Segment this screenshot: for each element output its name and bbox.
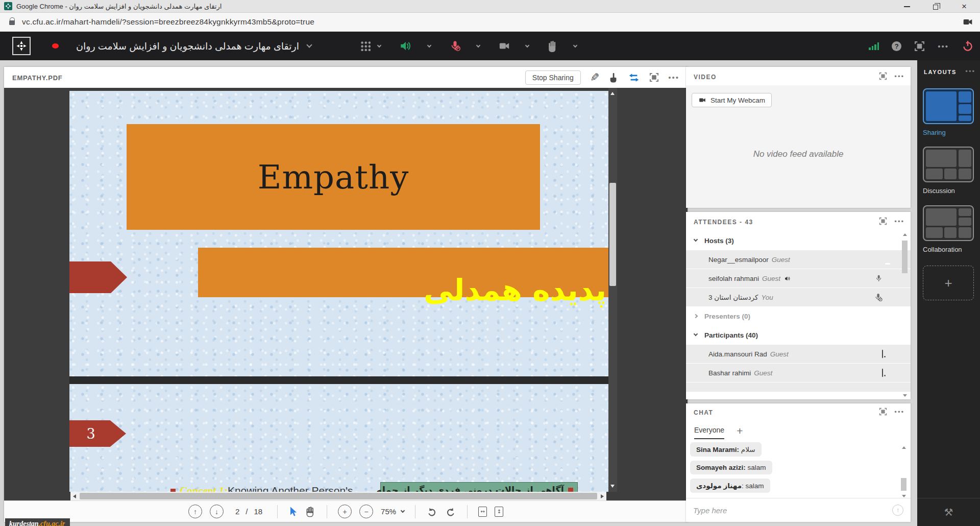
pods-menu-button[interactable] — [360, 36, 371, 56]
hosts-section-header[interactable]: Hosts (3) — [686, 231, 911, 250]
scroll-up-icon[interactable] — [903, 233, 907, 236]
layout-discussion-label[interactable]: Discussion — [923, 187, 955, 195]
chat-input[interactable] — [693, 506, 892, 515]
layout-sharing-thumbnail[interactable] — [923, 88, 974, 124]
draw-icon[interactable]: ✎ — [590, 71, 599, 84]
microphone-button[interactable] — [449, 36, 461, 56]
send-message-icon[interactable]: ↑ — [892, 505, 903, 516]
select-tool-icon[interactable] — [288, 506, 298, 517]
video-fullscreen-icon[interactable] — [879, 72, 887, 80]
collapse-chevron-icon — [694, 332, 698, 336]
zoom-level[interactable]: 75% — [381, 507, 396, 516]
attendees-fullscreen-icon[interactable] — [879, 217, 887, 225]
layout-collaboration-label[interactable]: Collaboration — [923, 246, 962, 253]
raise-hand-icon — [547, 40, 558, 52]
layout-collaboration-thumbnail[interactable] — [923, 205, 974, 241]
vertical-scroll-thumb[interactable] — [609, 183, 616, 286]
pointer-icon[interactable] — [608, 72, 619, 83]
speaker-chevron-icon[interactable] — [427, 43, 431, 47]
add-layout-button[interactable]: + — [923, 266, 974, 300]
chat-scroll-thumb[interactable] — [901, 478, 906, 491]
layout-sharing-label[interactable]: Sharing — [923, 129, 946, 136]
layouts-panel: LAYOUTS ••• Sharing Discussion Collabora… — [917, 60, 980, 526]
zoom-out-button[interactable]: − — [359, 505, 373, 518]
chat-pod-options-icon[interactable]: ••• — [894, 408, 904, 416]
scroll-up-icon[interactable] — [610, 92, 615, 95]
pdf-slide-1: Empathy پدیده همدلی — [69, 91, 608, 376]
sync-icon[interactable] — [628, 72, 640, 83]
scroll-left-icon[interactable] — [73, 494, 76, 498]
layouts-options-icon[interactable]: ••• — [965, 67, 975, 75]
attendees-scrollbar[interactable] — [902, 233, 909, 397]
meeting-menu-chevron-icon[interactable] — [306, 42, 312, 47]
scroll-down-icon[interactable] — [903, 394, 907, 397]
raise-hand-chevron-icon[interactable] — [573, 43, 577, 47]
speaker-button[interactable] — [399, 36, 412, 56]
participants-section-header[interactable]: Participants (40) — [686, 326, 911, 344]
scroll-down-icon[interactable] — [902, 495, 906, 497]
end-meeting-power-icon[interactable] — [962, 40, 974, 52]
scroll-down-icon[interactable] — [610, 485, 615, 488]
pdf-vertical-scrollbar[interactable] — [608, 88, 617, 492]
layout-tools-icon[interactable]: ⚒ — [944, 506, 953, 518]
attendee-row[interactable]: Aida.mansouri Rad Guest — [686, 345, 911, 363]
scroll-up-icon[interactable] — [902, 446, 906, 449]
attendee-row[interactable]: Bashar rahimi Guest — [686, 364, 911, 382]
attendee-row[interactable]: Negar__esmailpoor Guest — [686, 250, 911, 269]
zoom-chevron-icon[interactable] — [401, 508, 405, 512]
start-webcam-label: Start My Webcam — [710, 97, 765, 104]
share-fullscreen-icon[interactable] — [649, 73, 659, 82]
stop-sharing-button[interactable]: Stop Sharing — [525, 70, 581, 85]
add-chat-tab-button[interactable]: + — [737, 425, 743, 437]
attendee-row[interactable]: کردستان استان 3 You — [686, 288, 911, 306]
no-video-text: No video feed available — [686, 149, 911, 159]
restore-button[interactable] — [930, 2, 941, 11]
adobe-connect-favicon — [4, 2, 12, 10]
address-bar[interactable]: vc.cfu.ac.ir/mahart-hamdeli/?session=bre… — [0, 13, 980, 32]
scroll-right-icon[interactable] — [601, 494, 604, 498]
pods-chevron-icon[interactable] — [377, 43, 381, 47]
webcam-button[interactable] — [498, 36, 510, 56]
attendees-scroll-thumb[interactable] — [902, 241, 908, 273]
next-page-button[interactable]: ↓ — [210, 505, 224, 518]
microphone-muted-icon — [874, 293, 883, 302]
more-options-icon[interactable]: ••• — [938, 42, 949, 51]
start-webcam-button[interactable]: Start My Webcam — [692, 93, 772, 107]
concept-label: Concept 1: — [180, 485, 228, 492]
minimize-button[interactable] — [901, 2, 913, 11]
webcam-chevron-icon[interactable] — [525, 43, 529, 47]
zoom-in-button[interactable]: + — [338, 505, 352, 518]
video-pod-options-icon[interactable]: ••• — [894, 73, 904, 80]
previous-page-button[interactable]: ↑ — [188, 505, 202, 518]
presenters-section-header[interactable]: Presenters (0) — [686, 307, 911, 325]
pdf-horizontal-scrollbar[interactable] — [70, 492, 606, 500]
fit-page-button[interactable]: ↕ — [495, 507, 503, 517]
fullscreen-icon[interactable] — [914, 41, 925, 52]
attendees-pod-options-icon[interactable]: ••• — [894, 218, 904, 225]
current-page[interactable]: 2 — [235, 507, 239, 516]
raise-hand-button[interactable] — [547, 36, 558, 56]
horizontal-scroll-thumb[interactable] — [80, 493, 597, 499]
pdf-viewer[interactable]: Empathy پدیده همدلی 3 — [4, 88, 688, 500]
chat-tab-everyone[interactable]: Everyone — [694, 426, 724, 439]
help-icon[interactable]: ? — [892, 41, 901, 51]
share-pod-header: EMPATHY.PDF Stop Sharing ✎ ••• — [4, 67, 688, 88]
layout-discussion-thumbnail[interactable] — [923, 147, 974, 182]
close-button[interactable]: × — [959, 2, 970, 11]
microphone-chevron-icon[interactable] — [476, 43, 480, 47]
participants-label: Participants (40) — [704, 331, 758, 339]
share-pod-options-icon[interactable]: ••• — [668, 73, 679, 82]
chat-fullscreen-icon[interactable] — [879, 408, 887, 416]
fit-width-button[interactable]: ↔ — [478, 507, 487, 517]
chat-scrollbar[interactable] — [901, 446, 908, 497]
chat-messages[interactable]: Sina Marami: سلام Somayeh azizi: salam م… — [690, 442, 897, 495]
rotate-left-icon[interactable] — [426, 506, 437, 517]
attendee-row[interactable]: seifolah rahmani Guest — [686, 269, 911, 288]
mobile-device-icon — [882, 369, 883, 377]
rotate-right-icon[interactable] — [445, 506, 456, 517]
pan-tool-icon[interactable] — [305, 506, 316, 517]
connection-status-icon[interactable] — [869, 42, 879, 50]
url-text[interactable]: vc.cfu.ac.ir/mahart-hamdeli/?session=bre… — [22, 17, 314, 27]
camera-blocked-icon[interactable] — [963, 17, 973, 27]
adobe-connect-logo[interactable] — [12, 37, 31, 55]
